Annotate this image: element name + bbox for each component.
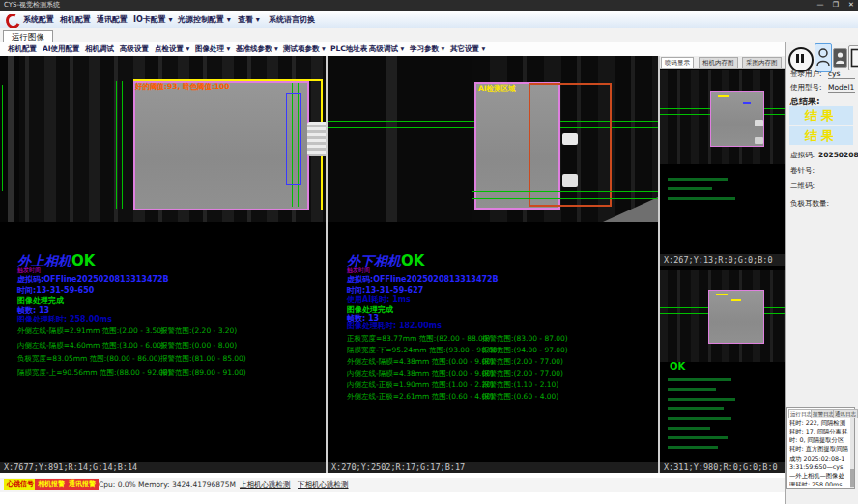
pixel-coords-bar: X:270;Y:2502;R:17;G:17;B:17 bbox=[328, 462, 658, 473]
pixel-coords-bar: X:7677;Y:891;R:14;G:14;B:14 bbox=[0, 462, 326, 473]
menu-comm-config[interactable]: 通讯配置 bbox=[97, 14, 128, 25]
tool-plc-address[interactable]: PLC地址表 bbox=[330, 44, 367, 54]
operator-button[interactable] bbox=[833, 48, 847, 68]
thumb1-spot-b bbox=[755, 137, 763, 144]
menu-language-switch[interactable]: 系统语言切换 bbox=[269, 14, 315, 25]
pause-icon bbox=[801, 54, 804, 63]
login-user-label: 登录用户: bbox=[790, 70, 822, 79]
ai-roi-rect bbox=[529, 83, 612, 207]
tab-code-display[interactable]: 喷码显示 bbox=[661, 57, 694, 68]
logout-door-icon bbox=[850, 48, 858, 68]
thumbnail-column: 喷码显示 相机内存图 采图内存图 X:267;Y:13;R:0;G:0;B:0 bbox=[660, 56, 785, 473]
login-user-button[interactable] bbox=[815, 43, 832, 72]
menu-system-config[interactable]: 系统配置 bbox=[23, 14, 54, 25]
thumb2-info-line bbox=[668, 398, 735, 401]
upper-camera-image[interactable]: 好的阈值:93, 暗色阈值:100 bbox=[0, 56, 326, 222]
user-icon bbox=[816, 46, 830, 68]
thumb2-info-line bbox=[668, 436, 728, 439]
tool-advanced-settings[interactable]: 高级设置 bbox=[120, 44, 149, 54]
menu-light-config[interactable]: 光源控制配置 ▾ bbox=[178, 14, 231, 25]
separator-region bbox=[133, 81, 309, 210]
thumb1-info-line bbox=[668, 197, 735, 200]
status-bar: 心跳信号 相机报警 通讯报警 Cpu: 0.0% Memory: 3424.41… bbox=[0, 478, 785, 492]
log-scrollbar[interactable] bbox=[850, 418, 854, 488]
measurement-row: 内侧左线-正极=1.90mm 范围:(1.00 - 2.20) 报警范围:(1.… bbox=[328, 380, 658, 390]
scene-light-strip bbox=[8, 56, 14, 222]
measure-line-left-b bbox=[122, 81, 123, 209]
thumb2-region bbox=[708, 290, 764, 344]
upper-camera-heartbeat-link[interactable]: 上相机心跳检测 bbox=[240, 480, 291, 490]
measurement-row: 外侧左线-隔膜=4.38mm 范围:(0.00 - 9.00) 报警范围:(2.… bbox=[328, 357, 658, 367]
lower-camera-image[interactable]: AI检测区域 bbox=[328, 56, 658, 222]
login-user-value[interactable]: cys bbox=[828, 70, 855, 79]
maximize-button[interactable]: ❐ bbox=[829, 0, 843, 11]
ai-region-note: AI检测区域 bbox=[478, 84, 516, 94]
tab-connector-object bbox=[307, 122, 326, 156]
threshold-note: 好的阈值:93, 暗色阈值:100 bbox=[135, 82, 230, 92]
tool-camera-debug[interactable]: 相机调试 bbox=[85, 44, 114, 54]
thumb1-image[interactable] bbox=[660, 70, 785, 164]
camera-alarm-badge: 相机报警 bbox=[35, 479, 68, 490]
menu-camera-config[interactable]: 相机配置 bbox=[60, 14, 91, 25]
measurement-value: 外侧左线-正极=2.61mm 范围:(0.60 - 4.00) bbox=[347, 392, 494, 402]
camera-result-ok: OK bbox=[72, 252, 95, 269]
result-box-upper: 结果 bbox=[789, 106, 853, 125]
tab-camera-memory[interactable]: 相机内存图 bbox=[699, 57, 738, 68]
thumb2-info-line bbox=[668, 446, 718, 449]
alarm-range: 报警范围:(89.00 - 91.00) bbox=[160, 368, 246, 378]
measurement-row: 负极宽度=83.05mm 范围:(80.00 - 86.00) 报警范围:(81… bbox=[0, 354, 326, 364]
alarm-range: 报警范围:(2.00 - 77.00) bbox=[482, 357, 563, 367]
thumb2-image[interactable] bbox=[660, 270, 785, 362]
tool-ai-config[interactable]: AI使用配置 bbox=[43, 44, 80, 54]
result-box-lower: 结果 bbox=[789, 126, 853, 145]
tool-image-process[interactable]: 图像处理 ▾ bbox=[195, 44, 230, 54]
minimize-button[interactable]: — bbox=[814, 0, 827, 11]
model-label: 使用型号: bbox=[790, 83, 822, 93]
measurement-row: 内侧左线-隔膜=4.60mm 范围:(3.00 - 6.00) 报警范围:(0.… bbox=[0, 341, 326, 350]
heartbeat-badge: 心跳信号 bbox=[4, 479, 37, 490]
measurement-value: 负极宽度=83.05mm 范围:(80.00 - 86.00) bbox=[17, 354, 161, 364]
measurement-row: 正极宽度=83.77mm 范围:(82.00 - 88.00) 报警范围:(83… bbox=[328, 334, 658, 344]
tool-learn-params[interactable]: 学习参数 ▾ bbox=[410, 44, 444, 54]
thumb1-info-line bbox=[668, 187, 712, 190]
tool-advanced-debug[interactable]: 高级调试 ▾ bbox=[369, 44, 404, 54]
alarm-range: 报警范围:(83.00 - 87.00) bbox=[482, 334, 568, 344]
tool-test-params[interactable]: 测试项参数 ▾ bbox=[283, 44, 326, 54]
tool-camera-config[interactable]: 相机配置 bbox=[8, 44, 37, 54]
scrollbar-thumb[interactable] bbox=[850, 469, 854, 487]
upper-camera-panel: 好的阈值:93, 暗色阈值:100 外上相机OK 触发时间 虚拟码:OFFlin… bbox=[0, 56, 326, 473]
view-tab-row: 运行图像 bbox=[0, 28, 858, 43]
lower-camera-heartbeat-link[interactable]: 下相机心跳检测 bbox=[298, 480, 349, 490]
tool-spot-check[interactable]: 点检设置 ▾ bbox=[155, 44, 189, 54]
menu-view[interactable]: 查看 ▾ bbox=[238, 14, 260, 25]
exit-button[interactable] bbox=[848, 45, 858, 70]
anode-tab-count-label: 负极耳数量: bbox=[790, 199, 829, 209]
toolbar: 相机配置 AI使用配置 相机调试 高级设置 点检设置 ▾ 图像处理 ▾ 基准线参… bbox=[0, 42, 785, 57]
model-value[interactable]: Model1 bbox=[828, 83, 855, 93]
thumb1-label-mark bbox=[718, 95, 729, 97]
close-button[interactable]: ✕ bbox=[844, 0, 858, 11]
camera-result-ok: OK bbox=[401, 252, 424, 269]
main-area: 好的阈值:93, 暗色阈值:100 外上相机OK 触发时间 虚拟码:OFFlin… bbox=[0, 56, 785, 473]
tab-comm-log[interactable]: 通讯日志 bbox=[833, 409, 858, 418]
measurement-value: 正极宽度=83.77mm 范围:(82.00 - 88.00) bbox=[347, 334, 491, 344]
virtual-code-line: 虚拟码:OFFline2025020813313472B bbox=[347, 274, 499, 285]
tab-capture-memory[interactable]: 采图内存图 bbox=[742, 57, 782, 68]
thumb1-spot-a bbox=[755, 120, 763, 126]
menu-io-config[interactable]: IO卡配置 ▾ bbox=[133, 14, 173, 25]
measurement-value: 内侧左线-正极=1.90mm 范围:(1.00 - 2.20) bbox=[347, 380, 494, 390]
tool-baseline-params[interactable]: 基准线参数 ▾ bbox=[236, 44, 278, 54]
measurement-row: 内侧左线-隔膜=4.38mm 范围:(0.00 - 9.00) 报警范围:(2.… bbox=[328, 369, 658, 378]
qr-code-label: 二维码: bbox=[790, 182, 815, 191]
thumb2-info-line bbox=[668, 417, 731, 420]
alarm-range: 报警范围:(94.00 - 97.00) bbox=[482, 346, 568, 355]
alarm-range: 报警范围:(0.00 - 8.00) bbox=[160, 341, 237, 350]
tab-run-image[interactable]: 运行图像 bbox=[3, 30, 53, 43]
thumb2-info-line bbox=[668, 388, 716, 391]
title-bar: CYS-视觉检测系统 — ❐ ✕ bbox=[0, 0, 858, 11]
log-box[interactable]: 运行日志 报警日志 通讯日志 耗时: 222, 间隔检测耗时: 17, 间隔分离… bbox=[786, 407, 855, 489]
cpu-memory-text: Cpu: 0.0% Memory: 3424.41796875M bbox=[99, 480, 236, 489]
tool-other-settings[interactable]: 其它设置 ▾ bbox=[450, 44, 485, 54]
person-icon bbox=[835, 50, 845, 66]
measurement-value: 内侧左线-隔膜=4.38mm 范围:(0.00 - 9.00) bbox=[347, 369, 494, 378]
